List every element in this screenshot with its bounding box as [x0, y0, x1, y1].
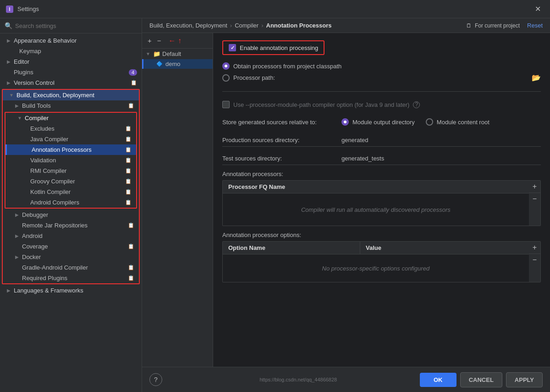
processor-path-option[interactable]: Processor path: 📂 [222, 73, 541, 82]
sidebar-item-gradle-android[interactable]: Gradle-Android Compiler 📋 [3, 262, 139, 273]
search-icon: 🔍 [5, 22, 12, 29]
sidebar-label-coverage: Coverage [22, 243, 126, 250]
test-sources-row: Test sources directory: generated_tests [222, 152, 541, 165]
sidebar-item-java-compiler[interactable]: Java Compiler 📋 [6, 134, 136, 144]
add-option-button[interactable]: + [529, 242, 540, 254]
breadcrumb-bar: Build, Execution, Deployment › Compiler … [142, 18, 550, 33]
obtain-processors-radio[interactable] [222, 62, 230, 70]
sidebar-item-groovy-compiler[interactable]: Groovy Compiler 📋 [6, 176, 136, 187]
sidebar-label-groovy-compiler: Groovy Compiler [30, 178, 123, 185]
sidebar-label-appearance: Appearance & Behavior [14, 37, 137, 44]
sidebar-item-remote-jar[interactable]: Remote Jar Repositories 📋 [3, 220, 139, 231]
profile-default-label: Default [162, 50, 181, 57]
sidebar-label-plugins: Plugins [14, 69, 129, 76]
sidebar-label-excludes: Excludes [30, 125, 123, 132]
bottom-bar: ? https://blog.csdn.net/qq_44866828 OK C… [142, 367, 550, 392]
enable-annotation-checkbox[interactable]: ✓ [229, 44, 236, 51]
reset-link[interactable]: Reset [527, 22, 543, 29]
breadcrumb-right: 🗒 For current project Reset [466, 22, 543, 29]
sidebar-label-version-control: Version Control [14, 79, 129, 86]
sidebar-label-required-plugins: Required Plugins [22, 275, 126, 282]
sidebar-item-coverage[interactable]: Coverage 📋 [3, 241, 139, 252]
help-icon-processor-module[interactable]: ? [413, 101, 420, 108]
annotation-processors-section: Annotation processors: Processor FQ Name… [222, 171, 541, 226]
help-button[interactable]: ? [149, 373, 162, 386]
remove-profile-button[interactable]: − [155, 36, 163, 45]
expand-icon-build-exec: ▼ [8, 92, 15, 99]
sidebar-label-debugger: Debugger [22, 211, 134, 218]
sidebar-item-compiler[interactable]: ▼ Compiler [6, 113, 136, 123]
remove-processor-button[interactable]: − [529, 193, 540, 205]
expand-placeholder-rmi [22, 168, 28, 174]
sidebar-item-debugger[interactable]: ▶ Debugger [3, 210, 139, 220]
annotation-processors-table-wrap: Processor FQ Name Compiler will run all … [222, 180, 541, 226]
search-bar: 🔍 [0, 18, 142, 33]
ok-button[interactable]: OK [420, 373, 456, 387]
add-profile-button[interactable]: + [146, 36, 154, 45]
compiler-group: ▼ Compiler Excludes 📋 Java Compiler 📋 [5, 112, 137, 209]
remove-option-button[interactable]: − [529, 254, 540, 266]
sidebar-label-validation: Validation [30, 157, 123, 164]
use-processor-module-option[interactable]: Use --processor-module-path compiler opt… [222, 99, 541, 110]
expand-placeholder-keymap [11, 48, 17, 55]
cancel-button[interactable]: CANCEL [460, 372, 502, 387]
processor-options-table-wrap: Option Name Value No processor-specific … [222, 241, 541, 282]
module-content-radio[interactable] [426, 118, 433, 126]
sidebar-label-docker: Docker [22, 254, 134, 260]
sidebar-item-appearance[interactable]: ▶ Appearance & Behavior [0, 35, 142, 46]
expand-placeholder-remote-jar [14, 222, 20, 229]
settings-panel: ✓ Enable annotation processing Obtain pr… [213, 33, 550, 367]
sidebar-item-plugins[interactable]: Plugins 4 [0, 67, 142, 77]
module-content-label: Module content root [437, 119, 490, 126]
annotation-processors-section-header: Annotation processors: [222, 171, 541, 177]
sidebar-item-version-control[interactable]: ▶ Version Control 📋 [0, 77, 142, 88]
source-radio-group: Obtain processors from project classpath… [222, 61, 541, 84]
processor-path-radio[interactable] [222, 74, 230, 82]
add-processor-button[interactable]: + [529, 181, 540, 193]
sidebar-item-keymap[interactable]: Keymap [0, 46, 142, 56]
processor-path-browse-button[interactable]: 📂 [532, 73, 541, 82]
sidebar-item-docker[interactable]: ▶ Docker [3, 252, 139, 262]
profile-item-default[interactable]: ▼ 📁 Default [142, 49, 213, 59]
window-title: Settings [17, 6, 531, 12]
apply-button[interactable]: APPLY [506, 372, 543, 387]
profile-child-demo[interactable]: 🔷 demo [142, 59, 213, 69]
sidebar-label-gradle-android: Gradle-Android Compiler [22, 264, 126, 271]
for-current-project-label: 🗒 For current project [466, 22, 520, 29]
sidebar-item-required-plugins[interactable]: Required Plugins 📋 [3, 273, 139, 283]
module-content-option[interactable]: Module content root [426, 118, 490, 126]
sidebar-item-build-tools[interactable]: ▶ Build Tools 📋 [3, 100, 139, 111]
profiles-toolbar: + − ← ↑ [142, 33, 213, 49]
annotation-processors-empty-text: Compiler will run all automatically disc… [301, 206, 451, 213]
obtain-processors-label: Obtain processors from project classpath [233, 63, 341, 70]
sidebar-item-editor[interactable]: ▶ Editor [0, 56, 142, 67]
sidebar-item-rmi-compiler[interactable]: RMI Compiler 📋 [6, 166, 136, 176]
module-output-option[interactable]: Module output directory [341, 118, 415, 126]
android-compilers-icon: 📋 [125, 199, 132, 205]
use-processor-module-checkbox[interactable] [222, 101, 230, 108]
obtain-processors-option[interactable]: Obtain processors from project classpath [222, 62, 541, 70]
breadcrumb-sep1: › [230, 22, 232, 29]
sidebar-label-annotation-processors: Annotation Processors [32, 146, 123, 153]
module-output-radio[interactable] [341, 118, 349, 126]
sidebar-label-build-exec: Build, Execution, Deployment [16, 92, 134, 99]
kotlin-compiler-icon: 📋 [125, 189, 132, 195]
expand-placeholder-validation [22, 157, 28, 164]
sidebar-item-annotation-processors[interactable]: Annotation Processors 📋 [6, 144, 136, 155]
expand-icon-default: ▼ [146, 51, 151, 56]
sidebar-item-android-compilers[interactable]: Android Compilers 📋 [6, 197, 136, 208]
annotation-processors-table-header: Processor FQ Name [223, 181, 529, 193]
sidebar-label-compiler: Compiler [25, 115, 132, 121]
sidebar-item-validation[interactable]: Validation 📋 [6, 155, 136, 166]
sidebar-item-build-exec[interactable]: ▼ Build, Execution, Deployment [3, 90, 139, 100]
breadcrumb-part3: Annotation Processors [266, 22, 332, 29]
close-button[interactable]: ✕ [531, 3, 544, 15]
sidebar-item-kotlin-compiler[interactable]: Kotlin Compiler 📋 [6, 187, 136, 197]
sidebar-item-languages[interactable]: ▶ Languages & Frameworks [0, 285, 142, 296]
sidebar-item-android[interactable]: ▶ Android [3, 231, 139, 241]
svg-text:I: I [9, 7, 11, 12]
search-input[interactable] [15, 22, 137, 29]
production-sources-row: Production sources directory: generated [222, 134, 541, 147]
profiles-panel: + − ← ↑ ▼ 📁 Default 🔷 demo [142, 33, 213, 367]
sidebar-item-excludes[interactable]: Excludes 📋 [6, 123, 136, 134]
